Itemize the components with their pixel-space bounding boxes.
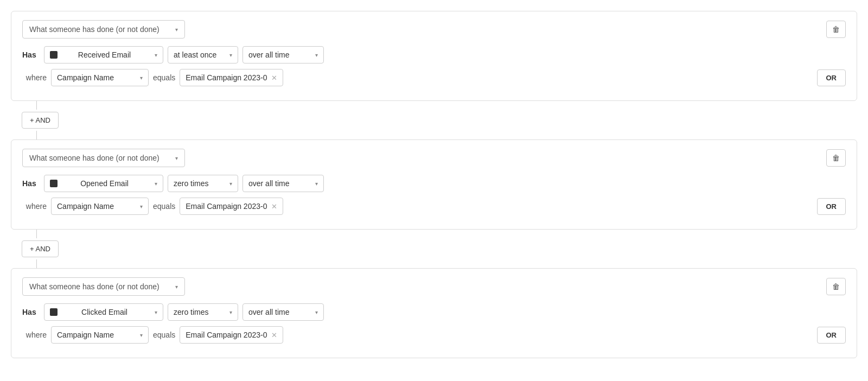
campaign-field-dropdown-3[interactable]: Campaign Name ▾ (51, 326, 149, 344)
or-button-3[interactable]: OR (817, 327, 846, 344)
has-row-2: Has Opened Email ▾ zero times ▾ over all… (22, 175, 846, 192)
has-label-2: Has (22, 179, 40, 188)
frequency-chevron-2: ▾ (229, 181, 232, 187)
frequency-label-3: zero times (174, 308, 209, 316)
campaign-field-dropdown-2[interactable]: Campaign Name ▾ (51, 198, 149, 215)
main-action-label-1: What someone has done (or not done) (29, 25, 159, 34)
time-label-1: over all time (248, 50, 289, 59)
has-label-3: Has (22, 308, 40, 316)
and-button-1[interactable]: + AND (22, 112, 59, 129)
action-chevron-2: ▾ (155, 181, 157, 187)
where-label-3: where (22, 331, 47, 339)
value-tag-3: Email Campaign 2023-0 ✕ (180, 326, 283, 344)
delete-condition-button-1[interactable]: 🗑 (826, 21, 846, 38)
time-label-2: over all time (248, 179, 289, 188)
value-text-3: Email Campaign 2023-0 (186, 331, 267, 339)
condition-header-left-1: What someone has done (or not done) ▾ (22, 20, 185, 39)
action-chevron-3: ▾ (155, 309, 157, 315)
where-label-2: where (22, 202, 47, 211)
time-chevron-2: ▾ (315, 181, 318, 187)
campaign-field-label-2: Campaign Name (57, 202, 114, 211)
has-row-1: Has Received Email ▾ at least once ▾ ove… (22, 46, 846, 63)
time-dropdown-1[interactable]: over all time ▾ (242, 46, 324, 63)
action-label-3: Clicked Email (81, 308, 127, 316)
main-action-select-1[interactable]: What someone has done (or not done) ▾ (22, 20, 185, 39)
main-action-label-3: What someone has done (or not done) (29, 282, 159, 291)
frequency-dropdown-1[interactable]: at least once ▾ (168, 46, 238, 63)
campaign-field-chevron-3: ▾ (140, 332, 143, 338)
main-action-select-2[interactable]: What someone has done (or not done) ▾ (22, 149, 185, 167)
condition-block-2: What someone has done (or not done) ▾ 🗑 … (11, 139, 857, 230)
condition-header-1: What someone has done (or not done) ▾ 🗑 (22, 20, 846, 39)
campaign-field-dropdown-1[interactable]: Campaign Name ▾ (51, 69, 149, 86)
condition-header-left-3: What someone has done (or not done) ▾ (22, 277, 185, 296)
action-icon-2 (50, 180, 58, 187)
where-row-1: where Campaign Name ▾ equals Email Campa… (22, 69, 846, 86)
and-button-2[interactable]: + AND (22, 240, 59, 257)
frequency-label-1: at least once (174, 50, 216, 59)
time-dropdown-2[interactable]: over all time ▾ (242, 175, 324, 192)
main-action-chevron-1: ▾ (175, 27, 178, 33)
main-action-label-2: What someone has done (or not done) (29, 154, 159, 162)
and-connector-1: + AND (11, 101, 857, 139)
action-dropdown-3[interactable]: Clicked Email ▾ (44, 303, 163, 321)
time-chevron-3: ▾ (315, 309, 318, 315)
time-dropdown-3[interactable]: over all time ▾ (242, 303, 324, 321)
trash-icon-1: 🗑 (832, 25, 840, 34)
frequency-chevron-3: ▾ (229, 309, 232, 315)
remove-value-button-3[interactable]: ✕ (271, 331, 277, 339)
frequency-label-2: zero times (174, 179, 209, 188)
action-dropdown-2[interactable]: Opened Email ▾ (44, 175, 163, 192)
action-label-2: Opened Email (80, 179, 129, 188)
campaign-field-label-3: Campaign Name (57, 331, 114, 339)
remove-value-button-1[interactable]: ✕ (271, 74, 277, 82)
or-button-1[interactable]: OR (817, 69, 846, 86)
and-line-top-1 (36, 101, 37, 110)
value-text-2: Email Campaign 2023-0 (186, 202, 267, 211)
condition-header-left-2: What someone has done (or not done) ▾ (22, 149, 185, 167)
trash-icon-2: 🗑 (832, 154, 840, 162)
campaign-field-chevron-1: ▾ (140, 75, 143, 81)
frequency-dropdown-2[interactable]: zero times ▾ (168, 175, 238, 192)
action-icon-3 (50, 308, 58, 316)
time-chevron-1: ▾ (315, 52, 318, 58)
frequency-chevron-1: ▾ (229, 52, 232, 58)
campaign-field-label-1: Campaign Name (57, 73, 114, 82)
or-button-2[interactable]: OR (817, 198, 846, 215)
equals-label-1: equals (153, 73, 175, 82)
has-label-1: Has (22, 50, 40, 59)
equals-label-3: equals (153, 331, 175, 339)
time-label-3: over all time (248, 308, 289, 316)
remove-value-button-2[interactable]: ✕ (271, 202, 277, 211)
equals-label-2: equals (153, 202, 175, 211)
action-label-1: Received Email (78, 50, 131, 59)
value-tag-1: Email Campaign 2023-0 ✕ (180, 69, 283, 86)
delete-condition-button-2[interactable]: 🗑 (826, 149, 846, 167)
main-action-select-3[interactable]: What someone has done (or not done) ▾ (22, 277, 185, 296)
condition-header-2: What someone has done (or not done) ▾ 🗑 (22, 149, 846, 167)
action-chevron-1: ▾ (155, 52, 157, 58)
has-row-3: Has Clicked Email ▾ zero times ▾ over al… (22, 303, 846, 321)
where-label-1: where (22, 73, 47, 82)
trash-icon-3: 🗑 (832, 282, 840, 291)
frequency-dropdown-3[interactable]: zero times ▾ (168, 303, 238, 321)
condition-block-1: What someone has done (or not done) ▾ 🗑 … (11, 11, 857, 101)
condition-block-3: What someone has done (or not done) ▾ 🗑 … (11, 268, 857, 358)
condition-header-3: What someone has done (or not done) ▾ 🗑 (22, 277, 846, 296)
delete-condition-button-3[interactable]: 🗑 (826, 278, 846, 295)
main-action-chevron-2: ▾ (175, 155, 178, 161)
campaign-field-chevron-2: ▾ (140, 204, 143, 209)
value-text-1: Email Campaign 2023-0 (186, 73, 267, 82)
main-action-chevron-3: ▾ (175, 284, 178, 290)
where-row-3: where Campaign Name ▾ equals Email Campa… (22, 326, 846, 344)
and-line-top-2 (36, 230, 37, 238)
action-dropdown-1[interactable]: Received Email ▾ (44, 46, 163, 63)
where-row-2: where Campaign Name ▾ equals Email Campa… (22, 198, 846, 215)
and-line-bottom-2 (36, 259, 37, 268)
action-icon-1 (50, 51, 58, 59)
and-line-bottom-1 (36, 131, 37, 139)
and-connector-2: + AND (11, 230, 857, 268)
value-tag-2: Email Campaign 2023-0 ✕ (180, 198, 283, 215)
